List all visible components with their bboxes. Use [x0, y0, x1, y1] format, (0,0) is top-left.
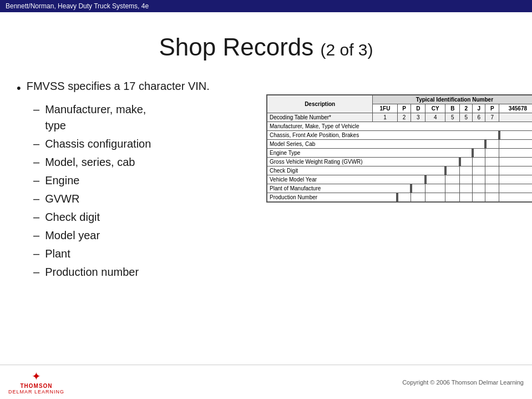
thomson-label: THOMSON — [20, 383, 52, 389]
main-bullet: • FMVSS specifies a 17 character VIN. — [17, 78, 255, 97]
list-item-text: Check digit — [45, 209, 100, 225]
table-row: Chassis, Front Axle Position, Brakes — [267, 131, 533, 140]
table-row: Model Series, Cab — [267, 140, 533, 149]
row-model: Model Series, Cab — [267, 140, 485, 149]
content-area: • FMVSS specifies a 17 character VIN. –M… — [0, 78, 532, 282]
row-manufacturer: Manufacturer, Make, Type of Vehicle — [267, 122, 533, 131]
table-row: Engine Type — [267, 149, 533, 158]
vin-col-j: J — [473, 104, 485, 113]
vin-col-p2: P — [485, 104, 499, 113]
list-item-text: Plant — [45, 246, 70, 262]
decoding-col: 5 — [460, 113, 473, 122]
decoding-col: 7 — [485, 113, 499, 122]
list-item: –Production number — [33, 264, 255, 280]
list-item-text: Manufacturer, make,type — [45, 102, 146, 134]
top-bar-label: Bennett/Norman, Heavy Duty Truck Systems… — [6, 2, 149, 10]
table-row: Vehicle Model Year — [267, 175, 533, 184]
row-plant: Plant of Manufacture — [267, 184, 411, 193]
decoding-col — [499, 113, 532, 122]
list-item: –Engine — [33, 173, 255, 189]
list-item-text: GVWR — [45, 191, 79, 207]
footer-logo: ✦ THOMSON DELMAR LEARNING — [8, 370, 64, 395]
vin-col-d: D — [411, 104, 425, 113]
list-item-text: Model year — [45, 228, 100, 244]
bullet-list: • FMVSS specifies a 17 character VIN. –M… — [17, 78, 255, 282]
vin-col-b: B — [445, 104, 460, 113]
decoding-col: 1 — [373, 113, 397, 122]
decoding-col: 4 — [425, 113, 445, 122]
vin-col-1fu: 1FU — [373, 104, 397, 113]
row-engine: Engine Type — [267, 149, 473, 158]
copyright: Copyright © 2006 Thomson Delmar Learning — [402, 379, 524, 386]
decoding-label: Decoding Table Number* — [267, 113, 373, 122]
list-item: –Check digit — [33, 209, 255, 225]
sub-list: –Manufacturer, make,type –Chassis config… — [33, 102, 255, 280]
list-item: –Chassis configuration — [33, 136, 255, 152]
table-header-row: Description Typical Identification Numbe… — [267, 95, 533, 104]
row-chassis: Chassis, Front Axle Position, Brakes — [267, 131, 499, 140]
row-production: Production Number — [267, 193, 398, 202]
list-item: –Model year — [33, 228, 255, 244]
bottom-bar: ✦ THOMSON DELMAR LEARNING Copyright © 20… — [0, 365, 532, 399]
row-check-digit: Check Digit — [267, 166, 445, 175]
list-item-text: Production number — [45, 264, 139, 280]
vin-col-345678: 345678 — [499, 104, 532, 113]
vin-table-container: Description Typical Identification Numbe… — [255, 78, 532, 282]
vin-col-2: 2 — [460, 104, 473, 113]
table-row: Production Number — [267, 193, 533, 202]
list-item-text: Engine — [45, 173, 79, 189]
vin-diagram: Description Typical Identification Numbe… — [266, 94, 532, 203]
decoding-col: 2 — [397, 113, 411, 122]
decoding-row: Decoding Table Number* 1 2 3 4 5 5 6 7 — [267, 113, 533, 122]
table-row: Plant of Manufacture — [267, 184, 533, 193]
thomson-star-icon: ✦ — [32, 370, 41, 383]
row-gvwr: Gross Vehicle Weight Rating (GVWR) — [267, 158, 460, 166]
list-item-text: Model, series, cab — [45, 154, 135, 170]
table-row: Gross Vehicle Weight Rating (GVWR) — [267, 158, 533, 166]
decoding-col: 6 — [473, 113, 485, 122]
decoding-col: 5 — [445, 113, 460, 122]
typical-id-header: Typical Identification Number — [373, 95, 532, 104]
vin-col-p1: P — [397, 104, 411, 113]
list-item: –Manufacturer, make,type — [33, 102, 255, 134]
table-row: Manufacturer, Make, Type of Vehicle — [267, 122, 533, 131]
top-bar: Bennett/Norman, Heavy Duty Truck Systems… — [0, 0, 532, 12]
vin-col-cy: CY — [425, 104, 445, 113]
vin-table: Description Typical Identification Numbe… — [267, 95, 532, 202]
table-row: Check Digit — [267, 166, 533, 175]
page-title: Shop Records (2 of 3) — [0, 28, 532, 72]
bullet-dot: • — [17, 79, 21, 97]
list-item: –Model, series, cab — [33, 154, 255, 170]
description-header: Description — [267, 95, 373, 113]
delmar-label: DELMAR LEARNING — [8, 389, 64, 395]
list-item: –GVWR — [33, 191, 255, 207]
list-item: –Plant — [33, 246, 255, 262]
main-bullet-text: FMVSS specifies a 17 character VIN. — [27, 78, 210, 94]
decoding-col: 3 — [411, 113, 425, 122]
list-item-text: Chassis configuration — [45, 136, 151, 152]
row-model-year: Vehicle Model Year — [267, 175, 425, 184]
